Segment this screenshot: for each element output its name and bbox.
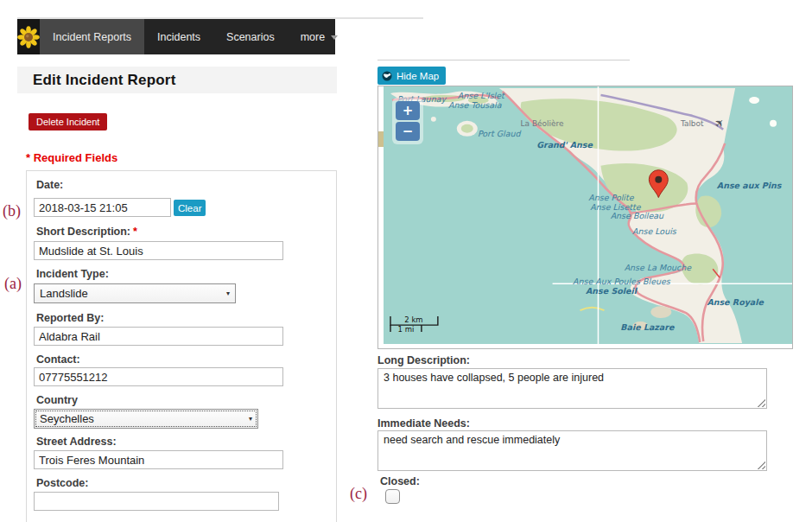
top-navigation: Incident Reports Incidents Scenarios mor… — [17, 19, 335, 54]
annotation-b: (b) — [3, 202, 21, 220]
map-label: Port Glaud — [478, 129, 522, 138]
date-input[interactable] — [34, 198, 171, 217]
short-description-label: Short Description:* — [36, 226, 137, 238]
sunflower-icon — [17, 26, 40, 48]
reported-by-input[interactable] — [34, 327, 283, 346]
immediate-needs-label: Immediate Needs: — [377, 417, 470, 430]
map-label: Anse Aux Poules Bleues — [573, 277, 671, 286]
map-label: Anse Polite — [588, 193, 634, 202]
long-description-label: Long Description: — [377, 354, 470, 366]
zoom-out-button[interactable]: − — [396, 122, 420, 141]
hide-map-button[interactable]: Hide Map — [377, 67, 446, 85]
map-label: Grand' Anse — [536, 140, 593, 150]
app-logo[interactable] — [17, 19, 40, 54]
map-label: Anse Louis — [632, 226, 677, 236]
map-label: Anse Tousala — [448, 100, 502, 110]
country-label: Country — [36, 394, 78, 406]
zoom-in-button[interactable]: + — [396, 101, 420, 120]
map-container: ✈ Port Launay Anse L'Islet Anse Tousala … — [377, 86, 793, 349]
long-description-field: 3 houses have collapsed, 5 people are in… — [377, 368, 767, 409]
postcode-input[interactable] — [34, 492, 279, 511]
tab-label: Incidents — [157, 31, 200, 43]
postcode-label: Postcode: — [36, 477, 88, 489]
map-label: Anse aux Pins — [717, 181, 783, 190]
immediate-needs-textarea[interactable]: need search and rescue immediately — [377, 430, 767, 471]
globe-icon — [382, 71, 392, 81]
contact-label: Contact: — [36, 353, 80, 366]
hide-map-label: Hide Map — [396, 71, 439, 81]
long-description-textarea[interactable]: 3 houses have collapsed, 5 people are in… — [377, 368, 767, 409]
dropdown-arrow-icon: ▾ — [249, 415, 252, 423]
short-description-input[interactable] — [34, 241, 283, 260]
required-fields-note: * Required Fields — [26, 151, 117, 164]
selected-value: Landslide — [40, 287, 88, 300]
selected-value: Seychelles — [40, 412, 94, 425]
tab-incident-reports[interactable]: Incident Reports — [40, 19, 144, 54]
immediate-needs-field: need search and rescue immediately — [377, 430, 767, 471]
tab-label: Incident Reports — [53, 31, 131, 43]
map-label: La Béolière — [521, 119, 565, 128]
incident-type-select[interactable]: Landslide ▾ — [34, 283, 236, 303]
closed-label: Closed: — [380, 475, 420, 487]
dropdown-arrow-icon: ▾ — [226, 290, 230, 297]
closed-checkbox[interactable] — [385, 489, 400, 504]
page-header: Edit Incident Report — [17, 67, 337, 93]
tab-label: more — [301, 31, 325, 43]
street-address-label: Street Address: — [36, 436, 117, 448]
contact-input[interactable] — [34, 367, 283, 386]
map[interactable]: ✈ Port Launay Anse L'Islet Anse Tousala … — [384, 86, 792, 344]
page-title: Edit Incident Report — [17, 72, 176, 89]
annotation-a: (a) — [4, 275, 22, 293]
map-label: Baie Lazare — [620, 322, 675, 332]
label-text: Short Description: — [36, 226, 130, 238]
reported-by-label: Reported By: — [36, 312, 104, 324]
map-image: ✈ Port Launay Anse L'Islet Anse Tousala … — [384, 86, 792, 344]
delete-incident-button[interactable]: Delete Incident — [29, 113, 107, 130]
date-label: Date: — [36, 179, 63, 191]
map-label: Anse Soleil — [586, 286, 638, 296]
map-label: Talbot — [680, 119, 704, 128]
map-label: Anse La Mouche — [625, 263, 693, 272]
scale-mi-label: 1 mi — [398, 325, 415, 334]
clear-date-button[interactable]: Clear — [174, 200, 206, 216]
tab-incidents[interactable]: Incidents — [144, 19, 213, 54]
map-label: Anse Royale — [707, 297, 764, 308]
tab-scenarios[interactable]: Scenarios — [213, 19, 288, 54]
scale-km-label: 2 km — [404, 315, 422, 324]
incident-form: Date: Clear Short Description:* Incident… — [26, 170, 337, 522]
street-address-input[interactable] — [34, 450, 283, 469]
map-label: Anse L'Islet — [458, 91, 505, 100]
section-divider — [377, 60, 630, 60]
required-asterisk: * — [133, 226, 137, 238]
tab-more[interactable]: more — [288, 19, 351, 54]
map-label: Anse Lisette — [590, 202, 641, 212]
chevron-down-icon — [331, 35, 338, 40]
map-label: Anse Boileau — [611, 211, 664, 220]
country-select[interactable]: Seychelles ▾ — [34, 409, 258, 429]
incident-type-label: Incident Type: — [36, 268, 109, 280]
tab-label: Scenarios — [226, 31, 275, 43]
screen: Incident Reports Incidents Scenarios mor… — [0, 0, 812, 522]
map-zoom-control: + − — [392, 98, 423, 144]
annotation-c: (c) — [350, 485, 367, 503]
